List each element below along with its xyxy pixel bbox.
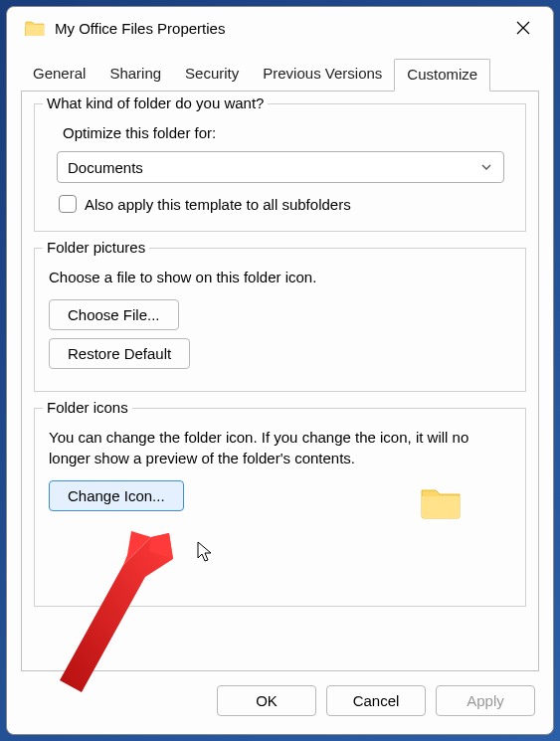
optimize-select-value: Documents	[68, 159, 143, 176]
pictures-desc: Choose a file to show on this folder ico…	[49, 267, 511, 287]
tab-content: What kind of folder do you want? Optimiz…	[21, 91, 539, 671]
properties-dialog: My Office Files Properties General Shari…	[6, 6, 554, 735]
group-folder-pictures: Folder pictures Choose a file to show on…	[34, 248, 526, 392]
apply-button[interactable]: Apply	[436, 685, 535, 716]
tab-security[interactable]: Security	[173, 59, 251, 92]
cancel-button[interactable]: Cancel	[326, 685, 426, 716]
titlebar: My Office Files Properties	[7, 7, 553, 49]
icons-desc: You can change the folder icon. If you c…	[49, 427, 511, 468]
group-folder-kind: What kind of folder do you want? Optimiz…	[34, 103, 526, 232]
choose-file-button[interactable]: Choose File...	[49, 299, 179, 330]
tab-general[interactable]: General	[21, 59, 97, 92]
tab-previous-versions[interactable]: Previous Versions	[251, 59, 394, 92]
close-button[interactable]	[505, 13, 541, 43]
window-title: My Office Files Properties	[55, 20, 505, 37]
group-icons-legend: Folder icons	[43, 399, 132, 416]
subfolders-checkbox-row: Also apply this template to all subfolde…	[59, 195, 511, 213]
optimize-label: Optimize this folder for:	[63, 124, 511, 141]
subfolders-checkbox-label: Also apply this template to all subfolde…	[85, 196, 351, 213]
folder-preview-icon	[420, 486, 462, 520]
group-folder-icons: Folder icons You can change the folder i…	[34, 408, 526, 607]
folder-icon	[25, 20, 45, 36]
restore-default-button[interactable]: Restore Default	[49, 338, 190, 369]
ok-button[interactable]: OK	[217, 685, 316, 716]
subfolders-checkbox[interactable]	[59, 195, 77, 213]
group-kind-legend: What kind of folder do you want?	[43, 94, 268, 111]
change-icon-button[interactable]: Change Icon...	[49, 480, 184, 511]
icons-row: Change Icon...	[49, 480, 511, 520]
optimize-select[interactable]: Documents	[57, 151, 504, 183]
close-icon	[516, 21, 530, 35]
chevron-down-icon	[479, 160, 493, 174]
tab-strip: General Sharing Security Previous Versio…	[7, 49, 553, 92]
group-pictures-legend: Folder pictures	[43, 239, 149, 256]
tab-sharing[interactable]: Sharing	[97, 59, 173, 92]
dialog-footer: OK Cancel Apply	[7, 671, 553, 734]
tab-customize[interactable]: Customize	[394, 59, 490, 92]
